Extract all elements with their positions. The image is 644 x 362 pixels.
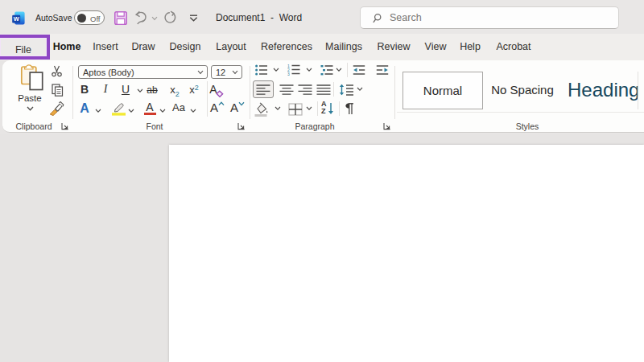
svg-text:3: 3 [287, 72, 290, 76]
svg-text:W: W [14, 15, 20, 23]
